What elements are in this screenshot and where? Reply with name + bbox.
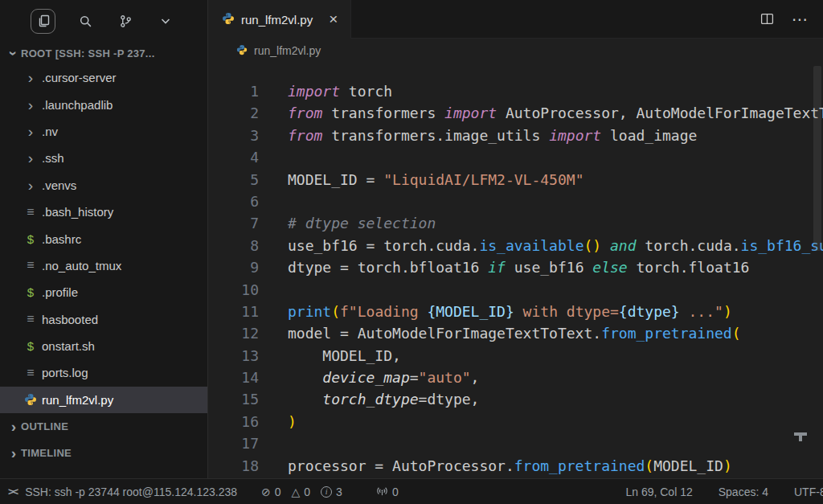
- sidebar-item-label: .launchpadlib: [42, 98, 113, 112]
- warning-count: 0: [304, 486, 310, 498]
- sidebar-item-profile[interactable]: $.profile: [0, 279, 207, 305]
- sidebar-item-cursor-server[interactable]: ›.cursor-server: [0, 64, 207, 91]
- sidebar-item-bash-history[interactable]: ≡.bash_history: [0, 199, 207, 225]
- line-number: 9: [209, 256, 259, 278]
- sidebar-item-run-lfm2vl-py[interactable]: run_lfm2vl.py: [0, 387, 207, 413]
- code-line[interactable]: 7# dtype selection: [209, 212, 823, 234]
- shell-icon: $: [21, 285, 40, 299]
- sidebar-item-no-auto-tmux[interactable]: ≡.no_auto_tmux: [0, 252, 207, 279]
- code-line[interactable]: 9dtype = torch.bfloat16 if use_bf16 else…: [209, 256, 823, 278]
- source-control-icon[interactable]: [115, 10, 136, 31]
- code-editor[interactable]: 1import torch2from transformers import A…: [209, 63, 823, 478]
- sidebar-item-label: .ssh: [42, 151, 64, 165]
- encoding-setting[interactable]: UTF-8: [794, 486, 823, 498]
- code-token: =: [410, 369, 419, 386]
- code-line[interactable]: 12model = AutoModelForImageTextToText.fr…: [209, 322, 823, 344]
- code-token: torch_dtype: [322, 391, 418, 408]
- scrollbar-marker[interactable]: [794, 432, 807, 441]
- code-token: torch.float16: [628, 259, 750, 276]
- close-icon[interactable]: ×: [326, 10, 341, 28]
- code-token: ...": [680, 303, 723, 320]
- split-editor-icon[interactable]: [760, 12, 774, 26]
- remote-indicator[interactable]: >< SSH: ssh -p 23744 root@115.124.123.23…: [8, 486, 237, 498]
- problems-indicator[interactable]: ⊘ 0 △ 0 i 3: [261, 486, 349, 498]
- editor-actions: ⋯: [760, 0, 823, 38]
- sidebar-item-onstart-sh[interactable]: $onstart.sh: [0, 333, 207, 359]
- code-line[interactable]: 1import torch: [209, 80, 823, 102]
- sidebar-item-venvs[interactable]: ›.venvs: [0, 172, 207, 199]
- breadcrumb[interactable]: run_lfm2vl.py: [209, 39, 823, 63]
- code-token: f"Loading: [340, 303, 427, 320]
- search-icon[interactable]: [75, 10, 96, 31]
- code-line[interactable]: 6: [209, 191, 823, 212]
- line-number: 18: [209, 455, 259, 477]
- explorer-root-header[interactable]: › ROOT [SSH: SSH -P 237...: [0, 42, 207, 64]
- code-token: {MODEL_ID}: [427, 303, 514, 320]
- code-token: ): [723, 457, 732, 474]
- code-line[interactable]: 11print(f"Loading {MODEL_ID} with dtype=…: [209, 301, 823, 322]
- chevron-right-icon: ›: [21, 178, 40, 193]
- line-number: 7: [209, 212, 259, 234]
- code-line[interactable]: 4: [209, 146, 823, 168]
- line-number: 4: [209, 146, 259, 168]
- sidebar-item-launchpadlib[interactable]: ›.launchpadlib: [0, 91, 207, 117]
- sidebar-item-ssh[interactable]: ›.ssh: [0, 145, 207, 171]
- code-line[interactable]: 17: [209, 432, 823, 454]
- list-icon: ≡: [21, 312, 40, 326]
- list-icon: ≡: [21, 205, 40, 219]
- sidebar-item-bashrc[interactable]: $.bashrc: [0, 225, 207, 252]
- code-token: device_map: [322, 369, 409, 386]
- shell-icon: $: [21, 339, 40, 353]
- code-line[interactable]: 10: [209, 279, 823, 301]
- code-token: from: [288, 127, 322, 144]
- line-number: 6: [209, 191, 259, 212]
- ports-indicator[interactable]: 0: [376, 485, 399, 499]
- code-token: AutoProcessor, AutoModelForImageTextToTe…: [497, 104, 823, 121]
- indentation-setting[interactable]: Spaces: 4: [719, 486, 768, 498]
- code-line[interactable]: 8use_bf16 = torch.cuda.is_available() an…: [209, 235, 823, 256]
- tab-run-lfm2vl-py[interactable]: run_lfm2vl.py ×: [209, 0, 351, 39]
- line-number: 2: [209, 102, 259, 124]
- code-line[interactable]: 2from transformers import AutoProcessor,…: [209, 102, 823, 124]
- code-line[interactable]: 14 device_map="auto",: [209, 367, 823, 388]
- breadcrumb-file: run_lfm2vl.py: [254, 44, 321, 57]
- code-line[interactable]: 13 MODEL_ID,: [209, 345, 823, 367]
- error-icon: ⊘: [261, 486, 271, 498]
- code-token: "auto": [419, 369, 471, 386]
- line-number: 11: [209, 301, 259, 322]
- code-token: # dtype selection: [288, 215, 436, 232]
- files-icon[interactable]: [31, 9, 55, 34]
- cursor-position[interactable]: Ln 69, Col 12: [625, 486, 692, 498]
- chevron-right-icon: ›: [21, 97, 40, 113]
- sidebar-section-outline[interactable]: › OUTLINE: [0, 413, 207, 440]
- line-number: 1: [209, 80, 259, 102]
- code-token: (): [583, 237, 601, 254]
- code-line[interactable]: 18processor = AutoProcessor.from_pretrai…: [209, 455, 823, 477]
- chevron-down-icon[interactable]: [155, 10, 176, 31]
- sidebar-item-label: onstart.sh: [42, 339, 95, 353]
- sidebar-item-hasbooted[interactable]: ≡hasbooted: [0, 306, 207, 333]
- status-bar: >< SSH: ssh -p 23744 root@115.124.123.23…: [0, 478, 823, 504]
- radio-tower-icon: [376, 485, 388, 499]
- code-text: # dtype selection: [288, 212, 436, 234]
- code-text: MODEL_ID,: [288, 345, 401, 367]
- tab-label: run_lfm2vl.py: [241, 13, 313, 27]
- more-actions-icon[interactable]: ⋯: [792, 10, 809, 29]
- code-text: ): [288, 411, 297, 432]
- python-icon: [222, 12, 235, 27]
- sidebar-section-timeline[interactable]: › TIMELINE: [0, 440, 207, 466]
- code-line[interactable]: 5MODEL_ID = "LiquidAI/LFM2-VL-450M": [209, 169, 823, 191]
- activity-bar: [0, 0, 207, 42]
- code-line[interactable]: 16): [209, 411, 823, 432]
- code-token: =dtype,: [419, 391, 480, 408]
- scrollbar[interactable]: [813, 66, 821, 251]
- code-text: processor = AutoProcessor.from_pretraine…: [288, 455, 732, 477]
- code-line[interactable]: 3from transformers.image_utils import lo…: [209, 125, 823, 146]
- code-token: ): [288, 413, 297, 430]
- code-token: if: [488, 259, 506, 276]
- code-line[interactable]: 15 torch_dtype=dtype,: [209, 388, 823, 410]
- code-token: print: [288, 303, 331, 320]
- sidebar-item-ports-log[interactable]: ≡ports.log: [0, 359, 207, 386]
- sidebar-item-nv[interactable]: ›.nv: [0, 118, 207, 145]
- code-token: model = AutoModelForImageTextToText.: [288, 325, 601, 342]
